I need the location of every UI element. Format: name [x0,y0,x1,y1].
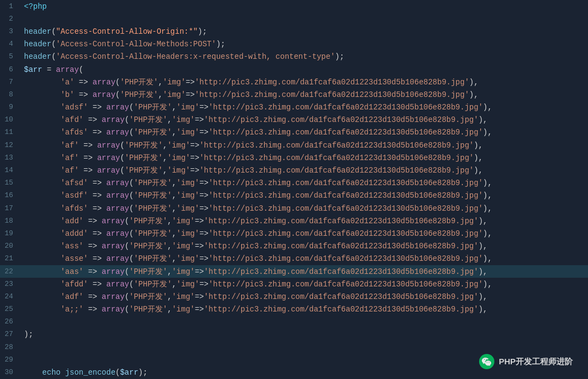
line-number: 12 [0,139,20,151]
line-number: 10 [0,114,20,126]
code-content [20,13,588,25]
line-number: 14 [0,164,20,176]
code-content: ); [20,328,588,341]
code-row-24: 24 'adf' => array('PHP开发','img'=>'http:/… [0,290,588,303]
code-row-10: 10 'afd' => array('PHP开发','img'=>'http:/… [0,114,588,126]
code-row-5: 5 header('Access-Control-Allow-Headers:x… [0,51,588,63]
code-row-23: 23 'afdd' => array('PHP开发','img'=>'http:… [0,278,588,290]
code-row-17: 17 'afds' => array('PHP开发','img'=>'http:… [0,202,588,215]
code-row-2: 2 [0,13,588,25]
line-number: 24 [0,290,20,303]
code-content [20,341,588,353]
line-number: 5 [0,51,20,63]
line-number: 20 [0,240,20,253]
code-content: header("Access-Control-Allow-Origin:*"); [20,25,588,38]
code-row-28: 28 [0,341,588,353]
code-content: <?php [20,0,588,13]
code-row-12: 12 'af' => array('PHP开发','img'=>'http://… [0,139,588,151]
line-number: 6 [0,63,20,76]
line-number: 27 [0,328,20,341]
code-row-14: 14 'af' => array('PHP开发','img'=>'http://… [0,164,588,176]
line-number: 3 [0,25,20,38]
code-row-21: 21 'asse' => array('PHP开发','img'=>'http:… [0,253,588,265]
code-content: header('Access-Control-Allow-Headers:x-r… [20,51,588,63]
code-row-18: 18 'add' => array('PHP开发','img'=>'http:/… [0,215,588,227]
code-content: 'ass' => array('PHP开发','img'=>'http://pi… [20,240,588,253]
line-number: 25 [0,303,20,316]
code-content: 'afds' => array('PHP开发','img'=>'http://p… [20,202,588,215]
code-content: 'addd' => array('PHP开发','img'=>'http://p… [20,227,588,240]
code-row-19: 19 'addd' => array('PHP开发','img'=>'http:… [0,227,588,240]
code-row-27: 27 ); [0,328,588,341]
code-content: 'b' => array('PHP开发','img'=>'http://pic3… [20,88,588,101]
code-content: 'af' => array('PHP开发','img'=>'http://pic… [20,151,588,164]
code-row-13: 13 'af' => array('PHP开发','img'=>'http://… [0,151,588,164]
code-row-7: 7 'a' => array('PHP开发','img'=>'http://pi… [0,76,588,88]
watermark-label: PHP开发工程师进阶 [499,357,573,367]
line-number: 4 [0,38,20,51]
code-content [20,316,588,328]
code-row-6: 6 $arr = array( [0,63,588,76]
code-content: 'aas' => array('PHP开发','img'=>'http://pi… [20,265,588,278]
code-content: 'afd' => array('PHP开发','img'=>'http://pi… [20,114,588,126]
line-number: 11 [0,126,20,139]
code-row-16: 16 'asdf' => array('PHP开发','img'=>'http:… [0,190,588,202]
code-content: 'a;;' => array('PHP开发','img'=>'http://pi… [20,303,588,316]
code-editor: 1 <?php 2 3 header("Access-Control-Allow… [0,0,588,379]
code-content: 'afdd' => array('PHP开发','img'=>'http://p… [20,278,588,290]
line-number: 29 [0,353,20,366]
code-row-11: 11 'afds' => array('PHP开发','img'=>'http:… [0,126,588,139]
code-row-4: 4 header('Access-Control-Allow-Methods:P… [0,38,588,51]
line-number: 8 [0,88,20,101]
code-content: header('Access-Control-Allow-Methods:POS… [20,38,588,51]
line-number: 17 [0,202,20,215]
code-row-15: 15 'afsd' => array('PHP开发','img'=>'http:… [0,177,588,190]
code-content: 'adf' => array('PHP开发','img'=>'http://pi… [20,290,588,303]
code-content: 'af' => array('PHP开发','img'=>'http://pic… [20,139,588,151]
line-number: 16 [0,190,20,202]
wechat-icon [479,354,494,369]
code-content: 'asdf' => array('PHP开发','img'=>'http://p… [20,190,588,202]
line-number: 7 [0,76,20,88]
watermark: PHP开发工程师进阶 [479,354,573,369]
code-content: 'afsd' => array('PHP开发','img'=>'http://p… [20,177,588,190]
code-table: 1 <?php 2 3 header("Access-Control-Allow… [0,0,588,379]
line-number: 28 [0,341,20,353]
line-number: 21 [0,253,20,265]
code-content: $arr = array( [20,63,588,76]
line-number: 13 [0,151,20,164]
line-number: 1 [0,0,20,13]
code-row-9: 9 'adsf' => array('PHP开发','img'=>'http:/… [0,101,588,114]
code-content: 'af' => array('PHP开发','img'=>'http://pic… [20,164,588,176]
code-row-26: 26 [0,316,588,328]
code-row-20: 20 'ass' => array('PHP开发','img'=>'http:/… [0,240,588,253]
code-row-3: 3 header("Access-Control-Allow-Origin:*"… [0,25,588,38]
line-number: 2 [0,13,20,25]
line-number: 22 [0,265,20,278]
code-row-25: 25 'a;;' => array('PHP开发','img'=>'http:/… [0,303,588,316]
code-row-1: 1 <?php [0,0,588,13]
line-number: 26 [0,316,20,328]
line-number: 23 [0,278,20,290]
line-number: 30 [0,366,20,379]
line-number: 9 [0,101,20,114]
line-number: 19 [0,227,20,240]
code-content: 'asse' => array('PHP开发','img'=>'http://p… [20,253,588,265]
line-number: 18 [0,215,20,227]
code-content: 'adsf' => array('PHP开发','img'=>'http://p… [20,101,588,114]
code-row-8: 8 'b' => array('PHP开发','img'=>'http://pi… [0,88,588,101]
line-number: 15 [0,177,20,190]
code-content: 'afds' => array('PHP开发','img'=>'http://p… [20,126,588,139]
code-row-22: 22 'aas' => array('PHP开发','img'=>'http:/… [0,265,588,278]
code-content: 'a' => array('PHP开发','img'=>'http://pic3… [20,76,588,88]
code-content: 'add' => array('PHP开发','img'=>'http://pi… [20,215,588,227]
